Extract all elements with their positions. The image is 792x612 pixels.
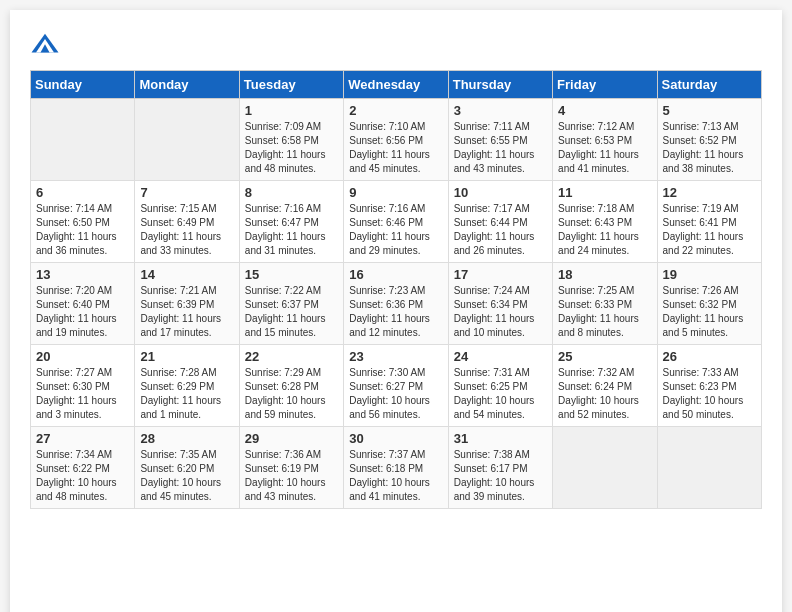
week-row-5: 27Sunrise: 7:34 AM Sunset: 6:22 PM Dayli… (31, 427, 762, 509)
day-header-saturday: Saturday (657, 71, 761, 99)
day-cell: 22Sunrise: 7:29 AM Sunset: 6:28 PM Dayli… (239, 345, 343, 427)
day-number: 1 (245, 103, 338, 118)
day-number: 10 (454, 185, 547, 200)
day-info: Sunrise: 7:11 AM Sunset: 6:55 PM Dayligh… (454, 120, 547, 176)
day-number: 15 (245, 267, 338, 282)
day-number: 7 (140, 185, 233, 200)
day-cell: 29Sunrise: 7:36 AM Sunset: 6:19 PM Dayli… (239, 427, 343, 509)
week-row-2: 6Sunrise: 7:14 AM Sunset: 6:50 PM Daylig… (31, 181, 762, 263)
day-cell: 3Sunrise: 7:11 AM Sunset: 6:55 PM Daylig… (448, 99, 552, 181)
day-header-sunday: Sunday (31, 71, 135, 99)
day-info: Sunrise: 7:14 AM Sunset: 6:50 PM Dayligh… (36, 202, 129, 258)
logo-icon (30, 30, 60, 60)
day-number: 2 (349, 103, 442, 118)
day-number: 12 (663, 185, 756, 200)
day-cell: 13Sunrise: 7:20 AM Sunset: 6:40 PM Dayli… (31, 263, 135, 345)
day-info: Sunrise: 7:32 AM Sunset: 6:24 PM Dayligh… (558, 366, 651, 422)
logo (30, 30, 64, 60)
day-cell (553, 427, 657, 509)
day-cell: 25Sunrise: 7:32 AM Sunset: 6:24 PM Dayli… (553, 345, 657, 427)
header (30, 30, 762, 60)
day-number: 13 (36, 267, 129, 282)
day-number: 20 (36, 349, 129, 364)
day-header-friday: Friday (553, 71, 657, 99)
day-info: Sunrise: 7:38 AM Sunset: 6:17 PM Dayligh… (454, 448, 547, 504)
day-info: Sunrise: 7:18 AM Sunset: 6:43 PM Dayligh… (558, 202, 651, 258)
day-info: Sunrise: 7:22 AM Sunset: 6:37 PM Dayligh… (245, 284, 338, 340)
day-header-tuesday: Tuesday (239, 71, 343, 99)
day-number: 29 (245, 431, 338, 446)
day-number: 11 (558, 185, 651, 200)
days-header-row: SundayMondayTuesdayWednesdayThursdayFrid… (31, 71, 762, 99)
day-number: 24 (454, 349, 547, 364)
day-info: Sunrise: 7:13 AM Sunset: 6:52 PM Dayligh… (663, 120, 756, 176)
week-row-4: 20Sunrise: 7:27 AM Sunset: 6:30 PM Dayli… (31, 345, 762, 427)
day-info: Sunrise: 7:12 AM Sunset: 6:53 PM Dayligh… (558, 120, 651, 176)
day-info: Sunrise: 7:10 AM Sunset: 6:56 PM Dayligh… (349, 120, 442, 176)
day-number: 14 (140, 267, 233, 282)
day-info: Sunrise: 7:17 AM Sunset: 6:44 PM Dayligh… (454, 202, 547, 258)
day-info: Sunrise: 7:23 AM Sunset: 6:36 PM Dayligh… (349, 284, 442, 340)
day-cell: 8Sunrise: 7:16 AM Sunset: 6:47 PM Daylig… (239, 181, 343, 263)
day-cell: 1Sunrise: 7:09 AM Sunset: 6:58 PM Daylig… (239, 99, 343, 181)
day-number: 16 (349, 267, 442, 282)
calendar-table: SundayMondayTuesdayWednesdayThursdayFrid… (30, 70, 762, 509)
day-number: 19 (663, 267, 756, 282)
day-number: 3 (454, 103, 547, 118)
day-number: 5 (663, 103, 756, 118)
day-cell: 21Sunrise: 7:28 AM Sunset: 6:29 PM Dayli… (135, 345, 239, 427)
day-cell: 23Sunrise: 7:30 AM Sunset: 6:27 PM Dayli… (344, 345, 448, 427)
day-cell: 20Sunrise: 7:27 AM Sunset: 6:30 PM Dayli… (31, 345, 135, 427)
day-cell: 6Sunrise: 7:14 AM Sunset: 6:50 PM Daylig… (31, 181, 135, 263)
day-info: Sunrise: 7:19 AM Sunset: 6:41 PM Dayligh… (663, 202, 756, 258)
day-cell: 17Sunrise: 7:24 AM Sunset: 6:34 PM Dayli… (448, 263, 552, 345)
day-header-thursday: Thursday (448, 71, 552, 99)
day-cell: 16Sunrise: 7:23 AM Sunset: 6:36 PM Dayli… (344, 263, 448, 345)
week-row-1: 1Sunrise: 7:09 AM Sunset: 6:58 PM Daylig… (31, 99, 762, 181)
day-number: 26 (663, 349, 756, 364)
day-number: 31 (454, 431, 547, 446)
day-info: Sunrise: 7:36 AM Sunset: 6:19 PM Dayligh… (245, 448, 338, 504)
day-cell (657, 427, 761, 509)
day-cell: 14Sunrise: 7:21 AM Sunset: 6:39 PM Dayli… (135, 263, 239, 345)
day-info: Sunrise: 7:25 AM Sunset: 6:33 PM Dayligh… (558, 284, 651, 340)
day-cell: 18Sunrise: 7:25 AM Sunset: 6:33 PM Dayli… (553, 263, 657, 345)
day-number: 23 (349, 349, 442, 364)
day-info: Sunrise: 7:24 AM Sunset: 6:34 PM Dayligh… (454, 284, 547, 340)
day-info: Sunrise: 7:35 AM Sunset: 6:20 PM Dayligh… (140, 448, 233, 504)
day-cell: 19Sunrise: 7:26 AM Sunset: 6:32 PM Dayli… (657, 263, 761, 345)
day-cell: 11Sunrise: 7:18 AM Sunset: 6:43 PM Dayli… (553, 181, 657, 263)
week-row-3: 13Sunrise: 7:20 AM Sunset: 6:40 PM Dayli… (31, 263, 762, 345)
day-info: Sunrise: 7:30 AM Sunset: 6:27 PM Dayligh… (349, 366, 442, 422)
day-cell: 9Sunrise: 7:16 AM Sunset: 6:46 PM Daylig… (344, 181, 448, 263)
day-number: 8 (245, 185, 338, 200)
day-number: 22 (245, 349, 338, 364)
day-info: Sunrise: 7:27 AM Sunset: 6:30 PM Dayligh… (36, 366, 129, 422)
calendar-container: SundayMondayTuesdayWednesdayThursdayFrid… (10, 10, 782, 612)
day-info: Sunrise: 7:09 AM Sunset: 6:58 PM Dayligh… (245, 120, 338, 176)
day-number: 4 (558, 103, 651, 118)
day-number: 18 (558, 267, 651, 282)
day-info: Sunrise: 7:31 AM Sunset: 6:25 PM Dayligh… (454, 366, 547, 422)
day-cell: 30Sunrise: 7:37 AM Sunset: 6:18 PM Dayli… (344, 427, 448, 509)
day-number: 21 (140, 349, 233, 364)
day-number: 17 (454, 267, 547, 282)
day-number: 6 (36, 185, 129, 200)
day-cell: 5Sunrise: 7:13 AM Sunset: 6:52 PM Daylig… (657, 99, 761, 181)
day-header-monday: Monday (135, 71, 239, 99)
day-info: Sunrise: 7:16 AM Sunset: 6:46 PM Dayligh… (349, 202, 442, 258)
day-cell: 12Sunrise: 7:19 AM Sunset: 6:41 PM Dayli… (657, 181, 761, 263)
day-cell: 15Sunrise: 7:22 AM Sunset: 6:37 PM Dayli… (239, 263, 343, 345)
day-info: Sunrise: 7:21 AM Sunset: 6:39 PM Dayligh… (140, 284, 233, 340)
day-cell (31, 99, 135, 181)
day-cell: 27Sunrise: 7:34 AM Sunset: 6:22 PM Dayli… (31, 427, 135, 509)
day-number: 25 (558, 349, 651, 364)
day-info: Sunrise: 7:26 AM Sunset: 6:32 PM Dayligh… (663, 284, 756, 340)
day-info: Sunrise: 7:33 AM Sunset: 6:23 PM Dayligh… (663, 366, 756, 422)
day-cell: 2Sunrise: 7:10 AM Sunset: 6:56 PM Daylig… (344, 99, 448, 181)
day-info: Sunrise: 7:34 AM Sunset: 6:22 PM Dayligh… (36, 448, 129, 504)
day-info: Sunrise: 7:16 AM Sunset: 6:47 PM Dayligh… (245, 202, 338, 258)
day-cell: 4Sunrise: 7:12 AM Sunset: 6:53 PM Daylig… (553, 99, 657, 181)
day-info: Sunrise: 7:20 AM Sunset: 6:40 PM Dayligh… (36, 284, 129, 340)
day-cell: 31Sunrise: 7:38 AM Sunset: 6:17 PM Dayli… (448, 427, 552, 509)
